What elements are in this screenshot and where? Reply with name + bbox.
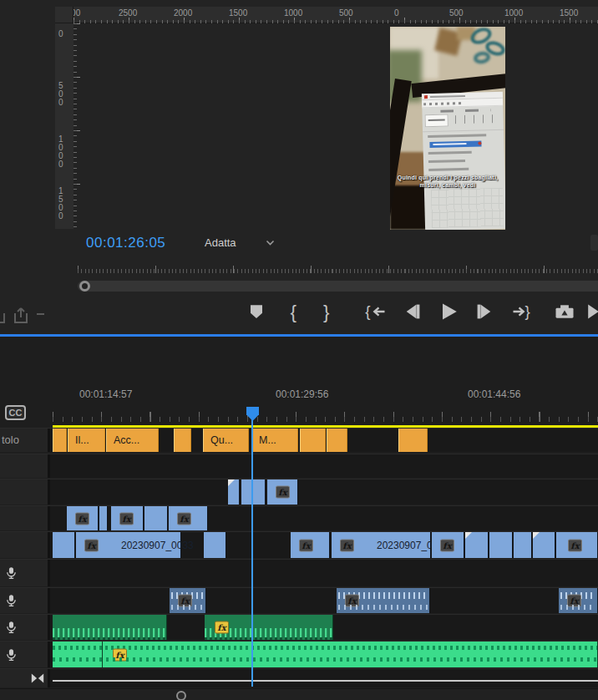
track-header-v3[interactable] <box>0 479 50 505</box>
microphone-icon <box>4 620 18 636</box>
go-to-out-button[interactable]: } <box>510 300 534 323</box>
clip-label: Il... <box>75 434 89 446</box>
a2-clip[interactable]: fx <box>337 588 430 613</box>
step-forward-button[interactable] <box>474 300 497 323</box>
monitor-status-row: 00:01:26:05 Adatta <box>0 232 598 256</box>
monitor-scrollbar[interactable] <box>78 281 598 292</box>
svg-text:{: { <box>290 302 296 322</box>
ruler-label: 1000 <box>284 8 302 18</box>
track-row-mix <box>0 668 598 687</box>
add-marker-icon <box>245 300 268 323</box>
video-layer <box>428 134 486 138</box>
timeline-scrollbar-handle[interactable] <box>176 691 186 700</box>
ruler-label: 500 <box>449 8 464 18</box>
v2-clip[interactable] <box>144 506 168 530</box>
track-header-v2[interactable] <box>0 506 50 530</box>
right-edge-control[interactable] <box>590 235 598 251</box>
subtitle-line-1: Quindi qui prendi i pezzi sbagliati, <box>390 174 505 181</box>
title-clip[interactable] <box>300 429 326 452</box>
clip-boundary <box>102 642 103 667</box>
zoom-level-dropdown[interactable]: Adatta <box>198 234 280 252</box>
v1-clip[interactable] <box>489 532 513 558</box>
title-clip[interactable] <box>53 429 67 452</box>
v1-clip[interactable] <box>465 532 489 558</box>
export-frame-button[interactable] <box>553 300 576 323</box>
timeline-timecode-label: 00:01:14:57 <box>79 388 132 400</box>
v2-clip[interactable]: fx <box>67 506 99 530</box>
v1-clip[interactable] <box>533 532 555 558</box>
v1-clip[interactable] <box>514 532 532 558</box>
clip-label: M... <box>259 434 276 446</box>
ruler-label: 2000 <box>174 8 192 18</box>
fx-badge: fx <box>299 539 313 551</box>
ruler-label: 2500 <box>119 8 137 18</box>
go-to-in-button[interactable]: { <box>364 300 388 323</box>
title-clip[interactable] <box>174 429 191 452</box>
track-header-v1[interactable] <box>0 532 50 558</box>
fx-badge: fx <box>113 648 127 661</box>
mark-in-button[interactable]: { <box>283 300 307 323</box>
track-header-title[interactable]: tolo <box>0 429 50 452</box>
title-clip[interactable]: Il... <box>68 429 105 452</box>
v2-clip[interactable] <box>99 506 108 530</box>
v1-clip[interactable]: fx <box>432 532 464 558</box>
timeline-timecode-label: 00:01:44:56 <box>468 388 520 400</box>
ruler-label: 1000 <box>58 135 67 169</box>
monitor-scrollbar-handle[interactable] <box>79 281 90 292</box>
title-clip[interactable]: Acc... <box>106 429 159 452</box>
track-header-v4[interactable] <box>0 454 50 478</box>
v1-clip[interactable]: fx <box>556 532 598 558</box>
a3-clip[interactable]: fx <box>205 615 333 640</box>
step-back-button[interactable] <box>400 300 423 323</box>
fx-badge: fx <box>345 595 359 607</box>
next-edit-button[interactable] <box>585 300 598 323</box>
v3-clip[interactable]: fx <box>267 479 298 505</box>
title-clip[interactable]: M... <box>251 429 298 452</box>
playhead-line <box>251 419 253 687</box>
track-header-a1[interactable] <box>0 560 50 586</box>
a2-clip[interactable]: fx <box>559 588 598 613</box>
play-icon <box>437 300 460 323</box>
play-button[interactable] <box>437 300 460 323</box>
fx-badge: fx <box>567 595 581 607</box>
track-row-a2: fxfxfx <box>0 587 598 613</box>
v2-clip[interactable]: fx <box>111 506 144 530</box>
v3-clip[interactable] <box>228 479 240 505</box>
export-media-icon[interactable] <box>12 306 32 326</box>
track-header-a4[interactable] <box>0 642 50 667</box>
track-row-v4 <box>0 454 598 478</box>
tick-marks <box>78 269 598 273</box>
v1-clip[interactable] <box>204 532 226 558</box>
track-row-v2: fxfxfx <box>0 505 598 530</box>
add-marker-button[interactable] <box>245 300 268 323</box>
mark-out-button[interactable]: } <box>317 300 341 323</box>
current-timecode[interactable]: 00:01:26:05 <box>86 235 165 251</box>
track-header-a3[interactable] <box>0 615 50 640</box>
fx-badge: fx <box>75 512 89 525</box>
a3-clip[interactable] <box>53 615 167 640</box>
fx-badge: fx <box>276 486 290 499</box>
video-layer <box>431 188 504 228</box>
fx-badge: fx <box>178 595 192 607</box>
v1-clip[interactable] <box>53 532 75 558</box>
title-clip[interactable] <box>327 429 347 452</box>
ruler-label: 500 <box>339 8 353 18</box>
svg-text:}: } <box>525 302 530 320</box>
mark-out-icon: } <box>317 300 341 323</box>
track-row-v3: fx <box>0 479 598 505</box>
v2-clip[interactable]: fx <box>169 506 208 530</box>
fx-badge: fx <box>340 539 354 551</box>
a4-clip[interactable]: fx <box>53 642 598 667</box>
v1-clip[interactable]: fx20230907_0033 <box>76 532 181 558</box>
timeline-scrollbar[interactable] <box>0 688 598 700</box>
v1-clip[interactable]: fx20230907_004 <box>332 532 431 558</box>
title-clip[interactable]: Qu... <box>203 429 249 452</box>
v3-clip[interactable] <box>241 479 266 505</box>
closed-captions-badge[interactable]: CC <box>5 405 26 420</box>
a2-clip[interactable]: fx <box>170 588 206 613</box>
track-header-a2[interactable] <box>0 588 50 613</box>
track-header-mix[interactable] <box>0 669 50 687</box>
v1-clip[interactable]: fx <box>291 532 330 558</box>
title-clip[interactable] <box>398 429 428 452</box>
fx-badge: fx <box>440 539 454 551</box>
